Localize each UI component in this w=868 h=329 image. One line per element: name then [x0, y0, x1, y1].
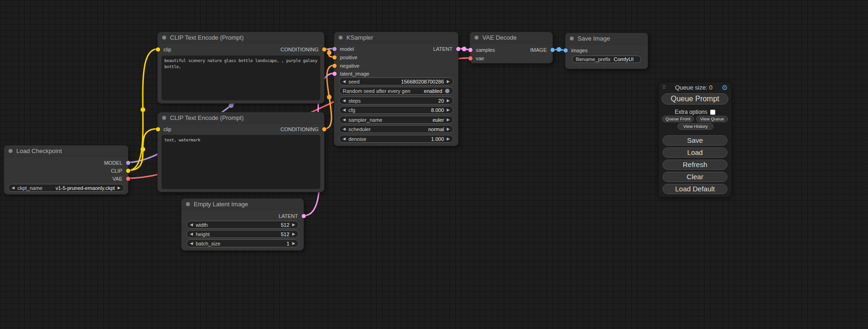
- arrow-right-icon[interactable]: ▶: [447, 80, 450, 84]
- arrow-left-icon[interactable]: ◀: [343, 127, 346, 131]
- node-title: KSampler: [346, 34, 373, 41]
- vae-output-port[interactable]: [126, 177, 130, 181]
- refresh-button[interactable]: Refresh: [663, 160, 727, 170]
- load-button[interactable]: Load: [663, 147, 727, 158]
- arrow-left-icon[interactable]: ◀: [343, 99, 346, 103]
- arrow-left-icon[interactable]: ◀: [190, 232, 193, 236]
- node-title-bar[interactable]: Empty Latent Image: [182, 199, 303, 210]
- input-row-vae: vae: [470, 55, 552, 62]
- widget-value: enabled: [413, 88, 442, 94]
- arrow-right-icon[interactable]: ▶: [292, 242, 295, 245]
- widget-value: 512: [211, 222, 289, 228]
- arrow-right-icon[interactable]: ▶: [447, 118, 450, 122]
- arrow-right-icon[interactable]: ▶: [118, 186, 120, 190]
- node-ksampler[interactable]: KSampler model LATENT positive negative …: [334, 32, 459, 146]
- collapse-dot-icon[interactable]: [570, 36, 574, 41]
- widget-label: Random seed after every gen: [343, 88, 410, 94]
- conditioning-output-port[interactable]: [322, 48, 326, 52]
- arrow-right-icon[interactable]: ▶: [447, 137, 450, 141]
- model-output-port[interactable]: [126, 161, 130, 165]
- arrow-right-icon[interactable]: ▶: [447, 127, 450, 131]
- filename-prefix-widget[interactable]: filename_prefix ComfyUI: [572, 56, 641, 63]
- node-vae-decode[interactable]: VAE Decode samples IMAGE vae: [470, 32, 553, 63]
- collapse-dot-icon[interactable]: [186, 202, 190, 206]
- random-seed-toggle-widget[interactable]: Random seed after every gen enabled: [339, 87, 453, 95]
- scheduler-widget[interactable]: ◀ scheduler normal ▶: [339, 125, 453, 133]
- load-default-button[interactable]: Load Default: [663, 184, 727, 194]
- ckpt-name-widget[interactable]: ◀ ckpt_name v1-5-pruned-emaonly.ckpt ▶: [8, 184, 124, 192]
- collapse-dot-icon[interactable]: [162, 35, 166, 40]
- images-input-port[interactable]: [564, 49, 568, 53]
- settings-gear-icon[interactable]: ⚙: [722, 84, 728, 91]
- extra-options-checkbox[interactable]: [710, 110, 715, 115]
- clip-input-port[interactable]: [156, 127, 160, 132]
- arrow-left-icon[interactable]: ◀: [190, 223, 193, 227]
- node-title-bar[interactable]: Save Image: [565, 33, 648, 44]
- wire-clip-positive: [128, 49, 157, 170]
- toggle-knob-icon[interactable]: [445, 89, 450, 93]
- latent-output-port[interactable]: [456, 47, 460, 51]
- steps-widget[interactable]: ◀ steps 20 ▶: [339, 97, 453, 105]
- node-title-bar[interactable]: VAE Decode: [470, 32, 552, 43]
- clip-output-port[interactable]: [126, 169, 130, 173]
- arrow-right-icon[interactable]: ▶: [447, 99, 450, 103]
- arrow-right-icon[interactable]: ▶: [292, 232, 295, 236]
- port-label: LATENT: [433, 46, 452, 52]
- view-history-button[interactable]: View History: [677, 123, 713, 130]
- view-queue-button[interactable]: View Queue: [696, 116, 728, 122]
- positive-prompt-textarea[interactable]: beautiful scenery nature glass bottle la…: [162, 56, 320, 100]
- node-title-bar[interactable]: Load Checkpoint: [4, 146, 128, 157]
- arrow-right-icon[interactable]: ▶: [292, 223, 295, 227]
- cfg-widget[interactable]: ◀ cfg 8.000 ▶: [339, 106, 453, 114]
- extra-options-label: Extra options: [675, 109, 707, 115]
- vae-input-port[interactable]: [468, 56, 473, 61]
- save-button[interactable]: Save: [663, 135, 727, 146]
- sampler-name-widget[interactable]: ◀ sampler_name euler ▶: [339, 116, 453, 124]
- collapse-dot-icon[interactable]: [474, 35, 479, 40]
- negative-prompt-textarea[interactable]: text, watermark: [162, 135, 320, 189]
- output-row-latent: LATENT: [182, 212, 303, 220]
- collapse-dot-icon[interactable]: [8, 149, 13, 153]
- collapse-dot-icon[interactable]: [162, 116, 166, 120]
- node-clip-text-encode-positive[interactable]: CLIP Text Encode (Prompt) clip CONDITION…: [157, 32, 325, 104]
- width-widget[interactable]: ◀ width 512 ▶: [186, 221, 299, 229]
- arrow-left-icon[interactable]: ◀: [343, 108, 346, 112]
- drag-handle-icon[interactable]: ⠿: [662, 84, 666, 91]
- node-empty-latent-image[interactable]: Empty Latent Image LATENT ◀ width 512 ▶ …: [181, 198, 304, 251]
- queue-prompt-button[interactable]: Queue Prompt: [662, 93, 728, 105]
- port-label: IMAGE: [530, 47, 547, 53]
- denoise-widget[interactable]: ◀ denoise 1.000 ▶: [339, 135, 453, 143]
- positive-input-port[interactable]: [332, 56, 337, 60]
- batch-size-widget[interactable]: ◀ batch_size 1 ▶: [186, 239, 299, 247]
- latent-image-input-port[interactable]: [332, 72, 337, 76]
- node-clip-text-encode-negative[interactable]: CLIP Text Encode (Prompt) clip CONDITION…: [157, 112, 325, 192]
- conditioning-output-port[interactable]: [322, 127, 326, 132]
- arrow-left-icon[interactable]: ◀: [343, 118, 346, 122]
- widget-value: v1-5-pruned-emaonly.ckpt: [45, 185, 115, 191]
- clip-input-port[interactable]: [156, 48, 160, 52]
- latent-output-port[interactable]: [302, 214, 306, 218]
- negative-input-port[interactable]: [332, 64, 337, 68]
- height-widget[interactable]: ◀ height 512 ▶: [186, 230, 299, 238]
- input-row-negative: negative: [334, 62, 458, 70]
- arrow-left-icon[interactable]: ◀: [12, 186, 14, 190]
- node-save-image[interactable]: Save Image images filename_prefix ComfyU…: [565, 33, 648, 69]
- samples-input-port[interactable]: [468, 48, 473, 52]
- node-title-bar[interactable]: CLIP Text Encode (Prompt): [158, 32, 324, 43]
- arrow-right-icon[interactable]: ▶: [447, 108, 450, 112]
- clear-button[interactable]: Clear: [663, 172, 727, 182]
- collapse-dot-icon[interactable]: [339, 35, 343, 40]
- node-title: CLIP Text Encode (Prompt): [170, 114, 244, 121]
- seed-widget[interactable]: ◀ seed 156680208700286 ▶: [339, 77, 453, 85]
- node-load-checkpoint[interactable]: Load Checkpoint MODEL CLIP VAE ◀ ckpt_na…: [4, 145, 128, 195]
- arrow-left-icon[interactable]: ◀: [343, 80, 346, 84]
- image-output-port[interactable]: [550, 48, 555, 52]
- node-title-bar[interactable]: KSampler: [334, 32, 458, 43]
- widget-label: ckpt_name: [17, 185, 42, 191]
- port-label: positive: [340, 55, 357, 60]
- arrow-left-icon[interactable]: ◀: [343, 137, 346, 141]
- arrow-left-icon[interactable]: ◀: [190, 242, 193, 245]
- queue-panel: ⠿ Queue size: 0 ⚙ Queue Prompt Extra opt…: [658, 82, 732, 197]
- queue-front-button[interactable]: Queue Front: [662, 116, 694, 122]
- node-title-bar[interactable]: CLIP Text Encode (Prompt): [158, 112, 324, 124]
